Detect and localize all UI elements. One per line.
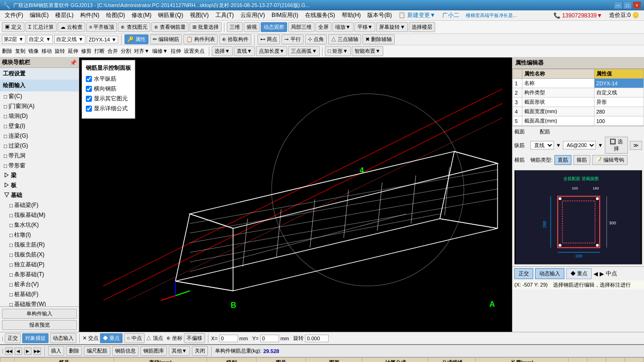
btn-cloud-check[interactable]: ☁ 云检查	[58, 22, 85, 32]
arrow-prev[interactable]: ◀	[594, 271, 598, 277]
menu-info[interactable]: 楼梯里高端平板净长是...	[463, 11, 520, 20]
menu-view[interactable]: 视图(V)	[187, 10, 212, 20]
btn-view-rebar[interactable]: ⊕ 查看钢筋量	[151, 22, 189, 32]
btn-batch-select[interactable]: ⊞ 批量选择	[190, 22, 222, 32]
btn-select-floor[interactable]: 选择楼层	[409, 22, 435, 32]
cb-horizontal-main-input[interactable]	[86, 76, 92, 82]
btn-single-input[interactable]: 单构件输入	[2, 309, 77, 319]
prop-row4-value[interactable]: 280	[594, 107, 644, 116]
btn-ortho-right[interactable]: 正交	[514, 268, 533, 279]
minimize-btn[interactable]: ─	[614, 1, 622, 9]
btn-define[interactable]: ▣ 定义	[2, 22, 25, 32]
btn-no-offset[interactable]: 不偏移	[184, 333, 205, 343]
btn-dynamic-right[interactable]: 动态输入	[535, 268, 564, 279]
cb-show-others-input[interactable]	[86, 96, 92, 102]
nav-draw[interactable]: 绘图输入	[0, 80, 79, 91]
btn-3d[interactable]: 三维	[227, 22, 243, 32]
btn-fullscreen[interactable]: 全屏	[315, 22, 331, 32]
menu-rebar-qty[interactable]: 钢筋量(Q)	[155, 10, 186, 20]
btn-key-point[interactable]: ◆ 重点	[100, 333, 123, 343]
arrow-next[interactable]: ▶	[600, 271, 604, 277]
layer-selector[interactable]: 第2层 ▼	[2, 35, 25, 44]
btn-ortho[interactable]: 正交	[5, 333, 21, 343]
nav-engineering[interactable]: 工程设置	[0, 68, 79, 80]
menu-edit[interactable]: 编辑(E)	[27, 10, 51, 20]
btn-dim-rebar[interactable]: 编尺配筋	[84, 346, 110, 356]
menu-component[interactable]: 构件(N)	[77, 10, 102, 20]
btn-point-angle[interactable]: ⊹ 点角	[305, 34, 327, 44]
cb-show-others[interactable]: 显示其它图元	[86, 95, 131, 103]
prop-row1-value[interactable]: ZDYX-14	[594, 79, 644, 88]
tree-raft-main[interactable]: □筏板主筋(R)	[0, 240, 79, 250]
cb-horizontal-main[interactable]: 水平纵筋	[86, 75, 131, 83]
tree-pier[interactable]: □柱墩(I)	[0, 230, 79, 240]
menu-layer[interactable]: 楼层(L)	[52, 10, 76, 20]
menu-tools[interactable]: 工具(T)	[213, 10, 237, 20]
rotate-input[interactable]	[305, 335, 329, 342]
btn-point-length[interactable]: 点加长度▼	[256, 46, 288, 56]
cb-transverse[interactable]: 横向钢筋	[86, 85, 131, 93]
btn-more[interactable]: ≫	[630, 141, 642, 150]
btn-midpoint-right[interactable]: ◆ 重点	[566, 268, 592, 279]
sidebar-pin[interactable]: 📌	[70, 59, 77, 66]
menu-version[interactable]: 版本号(B)	[364, 10, 395, 20]
btn-arc[interactable]: 三点画弧▼	[288, 46, 320, 56]
cb-show-formula[interactable]: 显示详细公式	[86, 105, 131, 113]
line-type-select[interactable]: 直线	[530, 141, 554, 149]
x-input[interactable]	[219, 335, 238, 342]
btn-last[interactable]: ▶▶	[33, 347, 41, 355]
btn-align-top[interactable]: ≡ 平齐板顶	[86, 22, 117, 32]
btn-rebar-info[interactable]: 钢筋信息	[112, 346, 139, 356]
btn-next[interactable]: ▶	[24, 347, 32, 355]
btn-close[interactable]: 关闭	[192, 346, 208, 356]
btn-rect[interactable]: □ 矩形▼	[325, 46, 351, 56]
btn-pick-component[interactable]: ⊕ 拾取构件	[219, 34, 251, 44]
menu-bim[interactable]: BIM应用(I)	[269, 10, 301, 20]
tree-strip-window[interactable]: □带形窗	[0, 161, 79, 171]
menu-online[interactable]: 在线服务(S)	[302, 10, 338, 20]
btn-prev[interactable]: ◀	[15, 347, 22, 355]
def1-selector[interactable]: 自定义 ▼	[27, 35, 53, 44]
btn-parallel[interactable]: ⊸ 平行	[281, 34, 303, 44]
menu-draw[interactable]: 绘图(D)	[103, 10, 128, 20]
btn-stirrup[interactable]: 箍筋	[573, 155, 590, 165]
tree-strip[interactable]: □条形基础(T)	[0, 270, 79, 280]
tree-over-beam[interactable]: □过梁(G)	[0, 141, 79, 151]
btn-midpoint-mode[interactable]: ○ 中点	[124, 333, 145, 343]
tree-foundation[interactable]: ▽ 基础	[0, 190, 79, 200]
menu-gx[interactable]: 广小二	[439, 10, 462, 20]
close-btn[interactable]: ×	[633, 1, 641, 9]
menu-cloud[interactable]: 云应用(V)	[238, 10, 268, 20]
tree-pile-cap[interactable]: □桩承台(V)	[0, 280, 79, 289]
btn-three-point-aux[interactable]: △ 三点辅轴	[328, 34, 361, 44]
btn-properties[interactable]: 🔑 属性	[124, 34, 149, 44]
prop-row2-value[interactable]: 自定义线	[594, 88, 644, 98]
tree-beam[interactable]: ▷ 梁	[0, 171, 79, 181]
code-selector[interactable]: ZDYX-14 ▼	[87, 36, 118, 43]
btn-del-aux[interactable]: ✖ 删除辅轴	[363, 34, 395, 44]
y-input[interactable]	[260, 335, 279, 342]
menu-modify[interactable]: 修改(M)	[129, 10, 154, 20]
menu-file[interactable]: 文件(F)	[2, 10, 26, 20]
tree-pile[interactable]: □桩基础(F)	[0, 289, 79, 299]
tree-door-window[interactable]: □|门窗洞(A)	[0, 101, 79, 111]
tree-window[interactable]: □窗(C)	[0, 91, 79, 101]
btn-line-draw[interactable]: 直线▼	[234, 46, 255, 56]
btn-zoom[interactable]: 缩放▼	[332, 22, 354, 32]
tree-slab[interactable]: ▷ 板	[0, 181, 79, 190]
def2-selector[interactable]: 自定义线 ▼	[54, 35, 85, 44]
btn-insert[interactable]: 插入	[48, 346, 64, 356]
tree-coupling-beam[interactable]: □连梁(G)	[0, 131, 79, 141]
rebar-table[interactable]: 筋号 直径(mm) 级别 图号 图形 计算公式 公式描述 长度(mm)	[0, 357, 644, 362]
cb-show-formula-input[interactable]	[86, 106, 92, 112]
btn-select-rebar[interactable]: 🔲 选择	[605, 137, 628, 154]
btn-others[interactable]: 其他▼	[169, 346, 190, 356]
btn-find[interactable]: ⊕ 查找图元	[118, 22, 150, 32]
btn-delete[interactable]: 删除	[66, 346, 82, 356]
btn-report-preview[interactable]: 报表预览	[2, 320, 77, 330]
btn-select-draw[interactable]: 选择▼	[212, 46, 233, 56]
prop-row5-value[interactable]: 100	[594, 116, 644, 126]
btn-capture[interactable]: 对象捕捉	[22, 333, 49, 343]
tree-foundation-band[interactable]: □基础板带(W)	[0, 299, 79, 306]
btn-first[interactable]: ◀◀	[5, 347, 13, 355]
